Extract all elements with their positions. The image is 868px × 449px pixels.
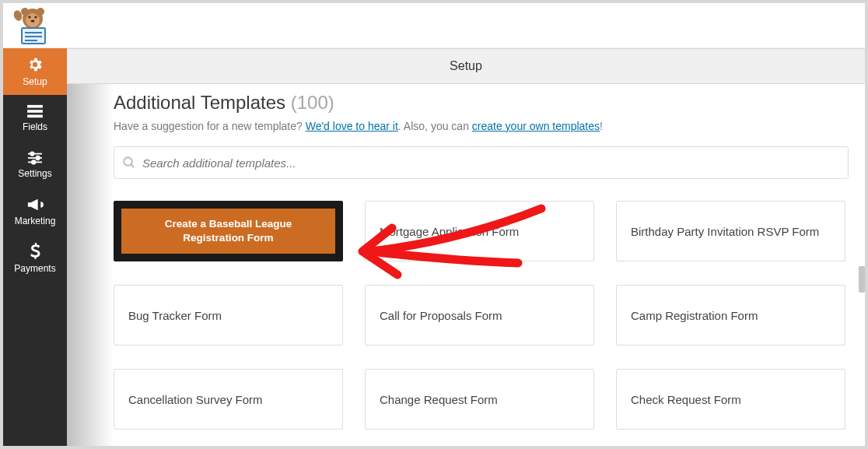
template-card[interactable]: Birthday Party Invitation RSVP Form (616, 201, 845, 261)
wpforms-logo (11, 5, 54, 48)
suggestion-link[interactable]: We'd love to hear it (306, 120, 398, 132)
title-main: Additional Templates (114, 92, 291, 113)
gear-icon (26, 56, 44, 73)
search-icon (122, 156, 136, 170)
template-card[interactable]: Check Request Form (616, 369, 845, 430)
svg-point-2 (37, 8, 44, 16)
template-card[interactable]: Create a Baseball League Registration Fo… (114, 201, 343, 261)
panel-header: Setup (67, 48, 865, 84)
svg-rect-14 (27, 115, 43, 118)
sidebar-item-label: Fields (23, 121, 47, 132)
template-label: Birthday Party Invitation RSVP Form (631, 225, 819, 238)
template-card[interactable]: Cancellation Survey Form (114, 369, 343, 430)
template-label: Change Request Form (380, 393, 498, 406)
dollar-icon (30, 243, 40, 260)
search-input[interactable] (142, 156, 840, 170)
template-label: Bug Tracker Form (128, 309, 222, 322)
svg-line-22 (131, 164, 134, 167)
template-label: Check Request Form (631, 393, 741, 406)
title-count: (100) (291, 92, 334, 113)
svg-rect-13 (27, 110, 43, 113)
page-title: Additional Templates (100) (114, 92, 854, 114)
content: Additional Templates (100) Have a sugges… (114, 84, 854, 446)
bullhorn-icon (26, 197, 44, 212)
svg-point-21 (124, 157, 132, 166)
svg-point-18 (36, 156, 40, 160)
svg-point-6 (31, 19, 35, 22)
template-card[interactable]: Call for Proposals Form (365, 285, 594, 346)
list-icon (26, 104, 44, 118)
svg-point-5 (34, 16, 37, 18)
template-card[interactable]: Mortgage Application Form (365, 201, 594, 261)
template-card[interactable]: Change Request Form (365, 369, 594, 430)
template-grid: Create a Baseball League Registration Fo… (114, 201, 854, 430)
template-label: Call for Proposals Form (380, 309, 502, 322)
sidebar-item-label: Payments (14, 263, 55, 274)
svg-point-1 (21, 8, 29, 16)
svg-point-16 (30, 152, 34, 156)
main-area: Setup Additional Templates (100) Have a … (67, 48, 865, 446)
sidebar: Setup Fields Settings Marketing Payments (3, 48, 67, 446)
sidebar-item-settings[interactable]: Settings (3, 142, 67, 188)
sidebar-item-label: Setup (23, 76, 47, 87)
svg-point-20 (32, 160, 36, 164)
template-label: Mortgage Application Form (380, 225, 519, 238)
template-label: Camp Registration Form (631, 309, 758, 322)
create-own-link[interactable]: create your own templates (472, 120, 600, 132)
search-box[interactable] (114, 146, 849, 179)
sidebar-item-setup[interactable]: Setup (3, 48, 67, 95)
sliders-icon (26, 151, 44, 165)
sidebar-item-label: Marketing (15, 216, 56, 226)
panel-title: Setup (450, 59, 482, 73)
template-card[interactable]: Bug Tracker Form (114, 285, 343, 346)
svg-rect-12 (27, 105, 43, 108)
sidebar-item-marketing[interactable]: Marketing (3, 188, 67, 235)
template-label: Cancellation Survey Form (128, 393, 263, 406)
sidebar-item-label: Settings (18, 168, 51, 179)
left-shadow (67, 84, 114, 446)
top-bar (3, 3, 865, 48)
svg-point-4 (28, 16, 30, 18)
scrollbar-thumb[interactable] (859, 266, 865, 293)
sidebar-item-fields[interactable]: Fields (3, 95, 67, 142)
template-label: Create a Baseball League Registration Fo… (137, 217, 320, 245)
app-frame: Setup Fields Settings Marketing Payments… (0, 0, 868, 449)
sidebar-item-payments[interactable]: Payments (3, 235, 67, 282)
template-card[interactable]: Camp Registration Form (616, 285, 845, 346)
page-subtitle: Have a suggestion for a new template? We… (114, 120, 854, 132)
